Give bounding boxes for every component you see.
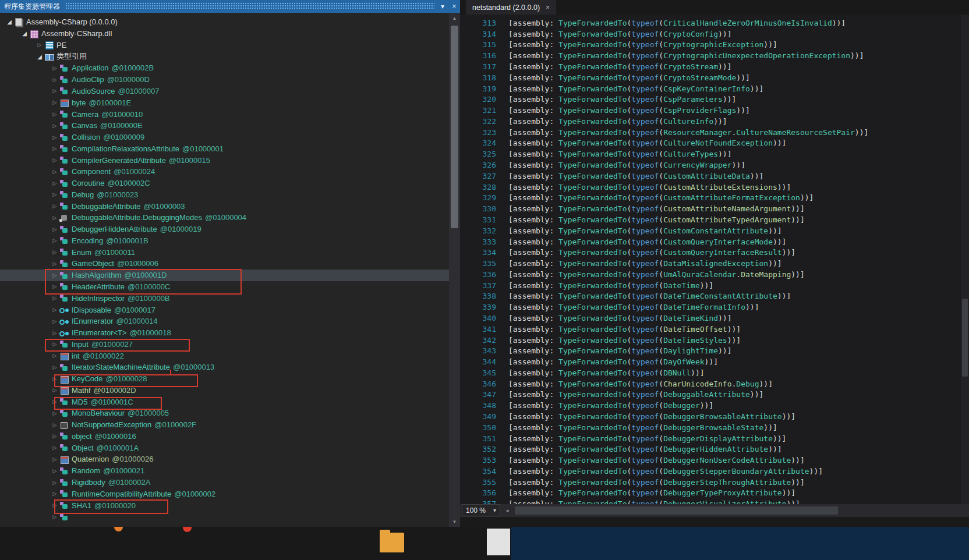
tree-item[interactable]: ▷Quaternion@01000026 — [0, 453, 449, 465]
tree-item[interactable]: ◢Assembly-CSharp (0.0.0.0) — [0, 16, 449, 28]
expand-icon[interactable]: ▷ — [50, 65, 59, 71]
expand-icon[interactable]: ▷ — [50, 123, 59, 129]
code-vertical-scrollbar[interactable] — [961, 15, 969, 504]
tree-item[interactable]: ▷ — [0, 511, 449, 523]
expand-icon[interactable]: ▷ — [50, 169, 59, 175]
expand-icon[interactable]: ▷ — [50, 272, 59, 278]
tree-item[interactable]: ▷PE — [0, 40, 449, 51]
expand-icon[interactable]: ▷ — [50, 364, 59, 370]
tree-scrollbar-thumb[interactable] — [451, 26, 458, 228]
tree-item[interactable]: ▷IteratorStateMachineAttribute@01000013 — [0, 361, 449, 373]
panel-close-button[interactable]: × — [448, 1, 460, 12]
expand-icon[interactable]: ▷ — [50, 226, 59, 232]
tree-item[interactable]: ◢类型引用 — [0, 51, 449, 62]
code-editor[interactable]: 313[assembly: TypeForwardedTo(typeof(Cri… — [460, 15, 961, 504]
tree-item[interactable]: ▷IDisposable@01000017 — [0, 304, 449, 316]
expand-icon[interactable]: ▷ — [50, 134, 59, 140]
expand-icon[interactable]: ▷ — [50, 330, 59, 336]
tree-item[interactable]: ▷Canvas@0100000E — [0, 120, 449, 132]
expand-icon[interactable]: ▷ — [50, 376, 59, 382]
tree-item[interactable]: ▷CompilerGeneratedAttribute@01000015 — [0, 154, 449, 166]
tree-item[interactable]: ▷Coroutine@0100002C — [0, 178, 449, 189]
tree-item[interactable]: ▷Enum@01000011 — [0, 246, 449, 258]
expand-icon[interactable]: ▷ — [50, 111, 59, 117]
scroll-down-icon[interactable]: ▼ — [449, 516, 460, 527]
tree-item[interactable]: ▷CompilationRelaxationsAttribute@0100000… — [0, 143, 449, 154]
expand-icon[interactable]: ▷ — [50, 192, 59, 197]
tree-item[interactable]: ▷HeaderAttribute@0100000C — [0, 281, 449, 293]
tree-item[interactable]: ▷DebuggableAttribute.DebuggingModes@0100… — [0, 212, 449, 224]
expand-icon[interactable]: ▷ — [50, 215, 59, 221]
zoom-control[interactable]: 100 % ▾ — [462, 504, 500, 516]
expand-icon[interactable]: ▷ — [50, 307, 59, 313]
tree-item[interactable]: ▷Object@0100001A — [0, 442, 449, 453]
tree-item[interactable]: ▷KeyCode@01000028 — [0, 373, 449, 385]
tab-netstandard[interactable]: netstandard (2.0.0.0) × — [466, 0, 556, 15]
tree-item[interactable]: ▷DebuggerHiddenAttribute@01000019 — [0, 224, 449, 235]
tree-item[interactable]: ▷AudioSource@01000007 — [0, 86, 449, 97]
expand-icon[interactable]: ▷ — [50, 445, 59, 451]
taskbar-icon-orange[interactable] — [114, 527, 123, 531]
expand-icon[interactable]: ▷ — [35, 42, 44, 48]
expand-icon[interactable]: ▷ — [50, 295, 59, 301]
tree-item[interactable]: ▷Camera@01000010 — [0, 108, 449, 120]
tree-item[interactable]: ▷Input@01000027 — [0, 338, 449, 350]
expand-icon[interactable]: ▷ — [50, 480, 59, 485]
tree-item[interactable]: ▷AudioClip@0100000D — [0, 74, 449, 86]
expand-icon[interactable]: ▷ — [50, 203, 59, 209]
tree-item[interactable]: ▷int@01000022 — [0, 350, 449, 361]
scroll-up-icon[interactable]: ▲ — [449, 13, 460, 23]
expand-icon[interactable]: ▷ — [50, 261, 59, 267]
expand-icon[interactable]: ▷ — [50, 100, 59, 105]
scroll-left-icon[interactable]: ◄ — [502, 504, 512, 517]
expand-icon[interactable]: ▷ — [50, 318, 59, 324]
tab-close-icon[interactable]: × — [546, 3, 550, 12]
expand-icon[interactable]: ▷ — [50, 353, 59, 359]
tree-item[interactable]: ▷Application@0100002B — [0, 62, 449, 74]
tree-item[interactable]: ▷HashAlgorithm@0100001D — [0, 270, 449, 281]
expand-icon[interactable]: ▷ — [50, 410, 59, 416]
tree-item[interactable]: ▷IEnumerator@01000014 — [0, 316, 449, 327]
expand-icon[interactable]: ▷ — [50, 399, 59, 405]
panel-menu-button[interactable]: ▾ — [437, 1, 448, 12]
expand-icon[interactable]: ▷ — [50, 433, 59, 439]
tree-item[interactable]: ▷GameObject@01000006 — [0, 258, 449, 270]
hscrollbar-thumb[interactable] — [515, 506, 838, 515]
expand-icon[interactable]: ▷ — [50, 238, 59, 243]
expand-icon[interactable]: ▷ — [50, 180, 59, 186]
taskbar-icon-window[interactable] — [487, 529, 510, 555]
expand-icon[interactable]: ▷ — [50, 88, 59, 94]
tree-item[interactable]: ▷object@01000016 — [0, 431, 449, 442]
expand-icon[interactable]: ▷ — [50, 77, 59, 83]
tree-item[interactable]: ▷Random@01000021 — [0, 465, 449, 477]
expand-icon[interactable]: ▷ — [50, 249, 59, 255]
tree-item[interactable]: ▷Debug@01000023 — [0, 189, 449, 200]
expand-icon[interactable]: ▷ — [50, 456, 59, 462]
expand-icon[interactable]: ▷ — [50, 468, 59, 474]
code-horizontal-scrollbar[interactable]: ◄ — [502, 504, 969, 517]
expand-icon[interactable]: ▷ — [50, 341, 59, 347]
tree-item[interactable]: ▷Rigidbody@0100002A — [0, 477, 449, 488]
tree-item[interactable]: ▷IEnumerator<T>@01000018 — [0, 327, 449, 339]
tree-item[interactable]: ▷Mathf@0100002D — [0, 385, 449, 396]
tree-item[interactable]: ▷byte@0100001E — [0, 97, 449, 108]
tree-item[interactable]: ▷MD5@0100001C — [0, 396, 449, 407]
expand-icon[interactable]: ▷ — [50, 422, 59, 428]
collapse-icon[interactable]: ◢ — [5, 19, 14, 25]
tree-item[interactable]: ▷RuntimeCompatibilityAttribute@01000002 — [0, 488, 449, 499]
taskbar-icon-red[interactable] — [183, 527, 192, 532]
collapse-icon[interactable]: ◢ — [20, 30, 29, 37]
assembly-explorer-titlebar[interactable]: 程序集资源管理器 ▾ × — [0, 0, 460, 13]
tree-item[interactable]: ◢Assembly-CSharp.dll — [0, 28, 449, 40]
tree-item[interactable]: ▷Collision@01000009 — [0, 132, 449, 143]
code-scrollbar-thumb[interactable] — [962, 299, 968, 377]
tree-item[interactable]: ▷Component@01000024 — [0, 166, 449, 178]
expand-icon[interactable]: ▷ — [50, 157, 59, 163]
collapse-icon[interactable]: ◢ — [35, 54, 44, 60]
tree-item[interactable]: ▷SHA1@01000020 — [0, 499, 449, 511]
tree-item[interactable]: ▷DebuggableAttribute@01000003 — [0, 200, 449, 212]
expand-icon[interactable]: ▷ — [50, 502, 59, 508]
tree-item[interactable]: ▷HideInInspector@0100000B — [0, 292, 449, 304]
expand-icon[interactable]: ▷ — [50, 283, 59, 289]
tree-item[interactable]: ▷NotSupportedException@0100002F — [0, 419, 449, 431]
